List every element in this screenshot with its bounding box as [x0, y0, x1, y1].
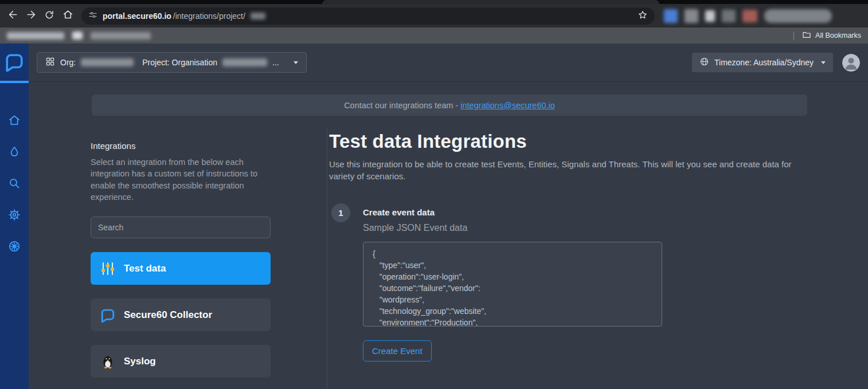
bookmark-item-redacted[interactable]: [7, 32, 64, 40]
back-button[interactable]: [3, 7, 22, 25]
all-bookmarks-button[interactable]: All Bookmarks: [802, 30, 861, 41]
url-path: /integrations/project/: [173, 11, 245, 21]
timezone-label: Timezone: Australia/Sydney: [714, 58, 814, 67]
chevron-down-icon: [294, 61, 298, 64]
banner-text: Contact our integrations team -: [344, 101, 458, 110]
project-name-redacted: [222, 58, 267, 66]
content-area: Integrations Select an integration from …: [29, 127, 868, 389]
project-ellipsis: ...: [272, 58, 279, 67]
main-content: Test data Integrations Use this integrat…: [327, 127, 868, 389]
integrations-email-link[interactable]: integrations@secure60.io: [460, 101, 555, 110]
user-avatar[interactable]: [842, 54, 860, 72]
integration-item-label: Secure60 Collector: [124, 309, 212, 321]
secure60-logo[interactable]: [5, 44, 24, 81]
home-nav-icon[interactable]: [8, 114, 21, 127]
browser-chrome: portal.secure60.io /integrations/project…: [0, 0, 868, 44]
browser-toolbar: portal.secure60.io /integrations/project…: [0, 4, 868, 27]
bookmark-star-icon[interactable]: [638, 10, 648, 22]
sample-json-label: Sample JSON Event data: [363, 223, 662, 233]
step-number-badge: 1: [331, 203, 350, 222]
forward-button[interactable]: [22, 7, 40, 25]
browser-tab[interactable]: [322, 0, 659, 4]
sidebar-accent-bar: [0, 81, 29, 83]
browser-profile-redacted[interactable]: [764, 9, 832, 23]
json-sample-textarea[interactable]: { "type":"user", "operation":"user-login…: [363, 242, 662, 327]
forward-icon: [26, 9, 37, 22]
contact-banner: Contact our integrations team - integrat…: [92, 95, 807, 116]
reload-icon: [44, 10, 54, 22]
droplet-nav-icon[interactable]: [8, 146, 21, 158]
panel-title: Integrations: [91, 141, 271, 151]
home-button[interactable]: [58, 7, 77, 25]
chevron-down-icon: [821, 61, 826, 64]
bookmark-item-redacted[interactable]: [91, 32, 151, 40]
syslog-tux-icon: [100, 354, 115, 369]
app-root: Org: Project: Organisation ... Timezone:…: [0, 44, 868, 389]
integration-item-test-data[interactable]: Test data: [91, 252, 271, 285]
home-icon: [62, 9, 73, 22]
reload-button[interactable]: [40, 7, 58, 25]
all-bookmarks-label: All Bookmarks: [815, 32, 861, 40]
gear-nav-icon[interactable]: [8, 209, 21, 221]
integration-item-label: Test data: [124, 263, 166, 274]
app-main: Org: Project: Organisation ... Timezone:…: [29, 44, 868, 389]
timezone-selector[interactable]: Timezone: Australia/Sydney: [692, 53, 833, 72]
panel-description: Select an integration from the below eac…: [91, 156, 271, 203]
create-event-button[interactable]: Create Event: [363, 340, 432, 362]
secure60-collector-icon: [100, 308, 115, 323]
integrations-hub-nav-icon[interactable]: [8, 240, 21, 253]
extension-icon-redacted[interactable]: [664, 9, 678, 23]
org-project-selector[interactable]: Org: Project: Organisation ...: [37, 52, 307, 73]
back-icon: [7, 9, 18, 22]
project-label: Project: Organisation: [142, 58, 217, 67]
integration-item-secure60-collector[interactable]: Secure60 Collector: [91, 298, 271, 331]
step-title: Create event data: [363, 203, 662, 217]
bookmarks-divider: [793, 32, 794, 40]
tab-strip: [0, 0, 868, 4]
org-name-redacted: [81, 58, 134, 66]
url-redacted-segment: [251, 13, 265, 19]
app-topbar: Org: Project: Organisation ... Timezone:…: [29, 44, 868, 82]
integration-item-label: Syslog: [124, 356, 156, 367]
app-sidebar: [0, 44, 29, 389]
bookmarks-bar: All Bookmarks: [0, 27, 868, 44]
step-1: 1 Create event data Sample JSON Event da…: [331, 203, 834, 362]
grid-icon: [45, 57, 55, 68]
integration-item-syslog[interactable]: Syslog: [91, 345, 271, 378]
folder-icon: [802, 30, 811, 41]
extensions-area: [664, 9, 832, 23]
search-input[interactable]: [91, 217, 271, 238]
extension-icon-redacted[interactable]: [685, 9, 698, 23]
org-label: Org:: [60, 58, 76, 67]
url-host: portal.secure60.io: [103, 11, 171, 21]
bookmark-item-redacted[interactable]: [72, 32, 83, 40]
extension-icon-redacted[interactable]: [722, 10, 736, 22]
integrations-panel: Integrations Select an integration from …: [91, 127, 271, 389]
test-data-icon: [100, 261, 115, 276]
extension-icon-redacted[interactable]: [742, 10, 757, 22]
search-nav-icon[interactable]: [8, 177, 21, 190]
page-title: Test data Integrations: [329, 131, 834, 152]
extension-icon-redacted[interactable]: [705, 10, 715, 22]
page-description: Use this integration to be able to creat…: [329, 158, 808, 183]
url-bar[interactable]: portal.secure60.io /integrations/project…: [81, 7, 655, 25]
integration-list: Test data Secure60 Collector Syslog: [91, 252, 271, 378]
globe-icon: [699, 57, 709, 68]
site-info-icon[interactable]: [88, 10, 97, 22]
